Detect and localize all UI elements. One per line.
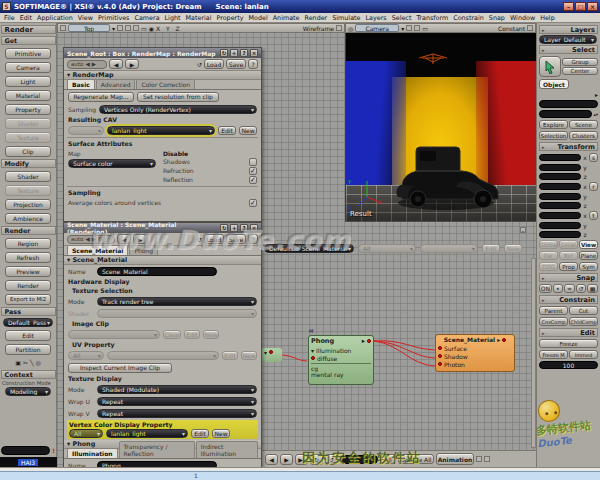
snap-grid-icon[interactable]: ▦ [587,284,598,293]
menu-transform[interactable]: Transform [416,14,448,22]
get-material-button[interactable]: Material [5,90,51,101]
menu-constrain[interactable]: Constrain [453,14,484,22]
rendermap-window-titlebar[interactable]: Scene_Root : Box : RenderMap : RenderMap… [64,48,261,58]
camera-maximize-icon[interactable] [527,25,533,31]
render-render-button[interactable]: Render [5,280,51,291]
memo-slider[interactable]: 100 [539,361,598,369]
diffuse-port[interactable] [311,356,315,360]
material-output-port[interactable]: ▸ [497,336,500,343]
group-button[interactable]: Group [562,58,598,66]
recycle-icon[interactable]: ↻ [220,49,228,57]
prop-button[interactable]: Prop [559,262,578,271]
cav-selector[interactable]: lanlan_light [107,126,215,135]
translate-z-field[interactable] [539,231,581,238]
filter-expand-icon[interactable]: ▸ [595,91,598,98]
select-model-icon[interactable]: ▣ [15,359,21,366]
mode-selector[interactable]: Track render tree [97,297,257,306]
vc-filter-selector[interactable]: All [69,429,103,438]
get-light-button[interactable]: Light [5,76,51,87]
rendermap-help-icon[interactable]: ? [240,49,248,57]
spinner-icon[interactable]: ▴▾ [593,112,598,117]
hidden-shader-node[interactable]: ▾ [262,348,282,362]
save-button[interactable]: Save [226,59,246,69]
menu-camera[interactable]: Camera [134,14,159,22]
rotate-z-field[interactable] [539,202,581,209]
get-clip-button[interactable]: Clip [5,146,51,157]
monitor-icon[interactable]: ▭ [141,25,147,32]
scene-button[interactable]: Scene [569,120,598,129]
refraction-checkbox[interactable]: ✓ [249,167,257,175]
immed-button[interactable]: Immed [569,350,598,359]
tab-phong[interactable]: Phong [129,245,158,255]
edit-header[interactable]: ▸Edit [539,328,598,337]
timeline-frame-marker[interactable]: 1 [194,472,198,479]
camera-dropdown-icon[interactable]: ▾ [401,25,404,32]
surface-port[interactable] [438,346,442,350]
playback-all-button[interactable]: All [380,454,396,464]
cav-edit-button[interactable]: Edit [218,126,236,135]
viewport-memo-a[interactable] [117,25,123,31]
pass-edit-button[interactable]: Edit [5,330,51,341]
menu-light[interactable]: Light [165,14,181,22]
explore-button[interactable]: Explore [539,120,568,129]
material-refresh-icon[interactable]: ↻ [98,236,103,242]
shadow-port[interactable] [438,354,442,358]
export-to-mi2-button[interactable]: Export to MI2 [5,294,51,305]
tab-scene-material[interactable]: Scene_Material [67,245,128,255]
rendermap-close-icon[interactable]: × [250,49,258,57]
tab-transparency-reflection[interactable]: Transparency / Reflection [119,441,195,458]
phong-output-port[interactable]: ▸ [362,337,365,345]
vc-new-button[interactable]: New [212,429,230,438]
help-button[interactable]: ? [248,59,258,69]
light-wireframe-icon[interactable] [418,53,448,65]
menu-help[interactable]: Help [540,14,555,22]
render-tree-panel[interactable]: – DefaultLib Scene_Material All Edit New… [262,222,536,450]
vc-selector[interactable]: lanlan_light [106,429,188,438]
layers-header[interactable]: ▸Layers [539,25,598,34]
inspect-image-clip-button[interactable]: Inspect Current Image Clip [68,363,172,373]
update-all-button[interactable]: Update All [398,454,434,464]
get-camera-button[interactable]: Camera [5,62,51,73]
material-update-mode-field[interactable]: auto ◀ ▶ ↻ [67,235,115,244]
selection-status-bar[interactable]: HAI3 [0,457,57,467]
material-help-icon[interactable]: ? [240,224,248,232]
modify-ambience-button[interactable]: Ambience [5,213,51,224]
shadows-checkbox[interactable] [249,158,257,166]
material-help-button[interactable]: ? [248,234,258,244]
transform-header[interactable]: ▸Transform [539,142,598,151]
regenerate-map-button[interactable]: Regenerate Map... [68,92,134,102]
render-preview-button[interactable]: Preview [5,266,51,277]
sym-button[interactable]: Sym [579,262,598,271]
parent-button[interactable]: Parent [539,306,568,315]
pointer-tool-icon[interactable] [539,56,561,77]
selection-field-2[interactable] [539,110,592,118]
viewport-memo-b[interactable] [125,25,131,31]
name-field[interactable]: Scene_Material [97,267,217,276]
translate-y-field[interactable] [539,222,581,229]
rotate-y-field[interactable] [539,193,581,200]
material-window-titlebar[interactable]: Scene_Material : Scene_Material (Renderi… [64,223,261,233]
history-prev-icon[interactable]: ◀ [85,61,89,67]
cut-button[interactable]: Cut [569,306,598,315]
snap-rotation-icon[interactable]: ↺ [576,284,587,293]
lock-icon[interactable]: ↺ [197,61,202,68]
rotate-x-field[interactable] [539,183,581,190]
cog-button[interactable]: COG [539,262,558,271]
select-header[interactable]: ▸Select [539,45,598,54]
command-field[interactable] [1,446,50,455]
menu-simulate[interactable]: Simulate [332,14,360,22]
minimize-button[interactable]: – [563,2,574,11]
material-history-prev-icon[interactable]: ◀ [85,236,89,242]
close-button[interactable]: × [587,2,598,11]
camera-monitor-icon[interactable]: ▭ [422,25,428,32]
object-filter-button[interactable]: Object [539,79,569,89]
selection-field-1[interactable] [539,100,598,108]
material-save-button[interactable]: Save [226,234,246,244]
scale-button[interactable]: s [589,153,598,162]
refresh-button[interactable]: ↺ [325,454,338,465]
plane-mode-button[interactable]: Plane [579,251,598,260]
center-button[interactable]: Center [562,67,598,75]
line-tool-icon[interactable]: ╲ [30,359,34,366]
go-to-end-button[interactable]: ▶| [295,454,308,465]
menu-snap[interactable]: Snap [489,14,505,22]
